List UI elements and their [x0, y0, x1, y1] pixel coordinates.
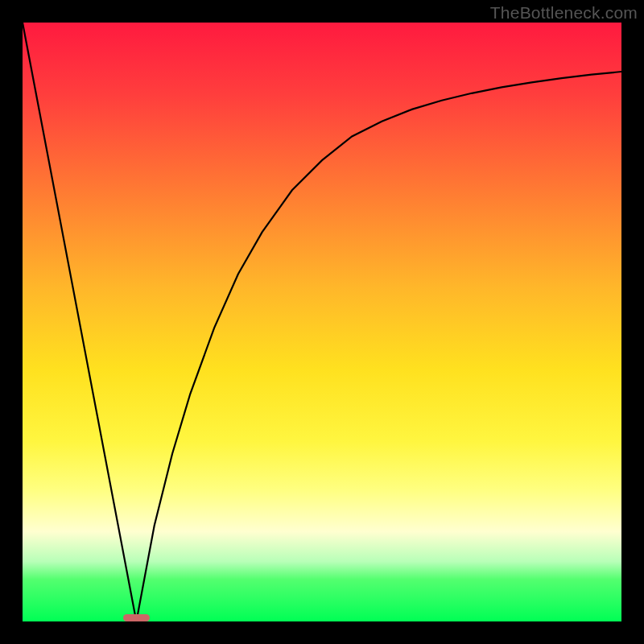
- curve-path: [23, 23, 621, 621]
- chart-frame: [23, 23, 621, 621]
- bottleneck-marker: [123, 614, 150, 621]
- chart-curve: [23, 23, 621, 621]
- watermark-text: TheBottleneck.com: [490, 3, 638, 23]
